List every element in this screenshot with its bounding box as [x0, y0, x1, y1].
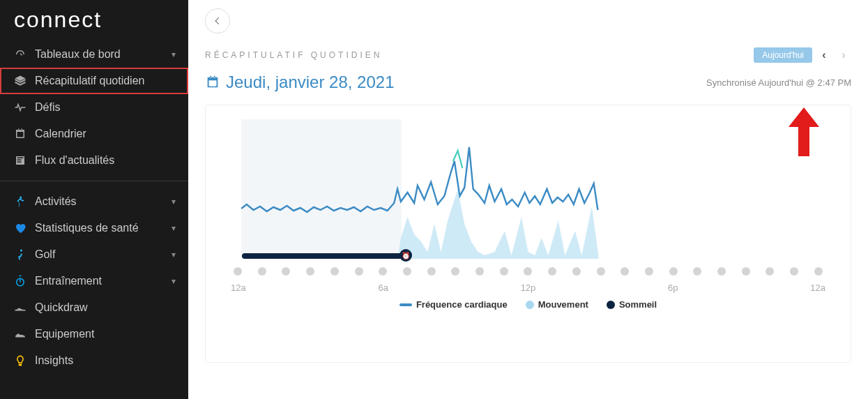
- legend-label: Mouvement: [538, 299, 588, 310]
- sync-status: Synchronisé Aujourd'hui @ 2:47 PM: [706, 77, 851, 88]
- annotation-arrow: [789, 107, 819, 156]
- sidebar-item-label: Activités: [35, 195, 77, 208]
- sidebar-item-label: Entraînement: [35, 275, 102, 287]
- chevron-down-icon: ▾: [172, 276, 176, 286]
- sidebar-item-sante[interactable]: Statistiques de santé ▾: [0, 215, 188, 241]
- x-tick: 12a: [810, 283, 825, 293]
- gauge-icon: [13, 47, 28, 61]
- shoe2-icon: [13, 327, 28, 341]
- legend-swatch: [526, 301, 534, 309]
- layers-icon: [13, 74, 28, 88]
- timeline-dots: [227, 267, 830, 276]
- page-title: 31 Jeudi, janvier 28, 2021: [205, 73, 395, 92]
- sidebar-item-label: Golf: [35, 248, 55, 261]
- nav: Tableaux de bord ▾ Récapitulatif quotidi…: [0, 41, 188, 399]
- x-tick: 12a: [231, 283, 246, 293]
- x-tick: 6a: [378, 283, 388, 293]
- prev-day-button[interactable]: ‹: [816, 47, 832, 63]
- chevron-left-icon: [213, 16, 222, 26]
- sidebar-item-equipement[interactable]: Equipement: [0, 321, 188, 347]
- news-icon: [13, 153, 28, 167]
- today-button[interactable]: Aujourd'hui: [754, 47, 812, 63]
- sidebar-item-entrainement[interactable]: Entraînement ▾: [0, 268, 188, 294]
- legend-label: Sommeil: [619, 299, 657, 310]
- calendar-icon: 31: [13, 127, 28, 141]
- alarm-icon: ⏰: [399, 249, 412, 262]
- legend-swatch: [399, 303, 412, 306]
- bulb-icon: [13, 354, 28, 368]
- sidebar-item-tableaux[interactable]: Tableaux de bord ▾: [0, 41, 188, 68]
- sidebar-item-label: Calendrier: [35, 128, 86, 140]
- legend-hr[interactable]: Fréquence cardiaque: [399, 299, 508, 310]
- sidebar-item-defis[interactable]: Défis: [0, 94, 188, 121]
- logo: connect: [0, 0, 188, 41]
- x-axis-labels: 12a 6a 12p 6p 12a: [227, 283, 830, 293]
- logo-text: connect: [14, 7, 174, 33]
- next-day-button[interactable]: ›: [836, 47, 851, 63]
- heart-rate-line: [227, 119, 830, 259]
- sidebar-item-quickdraw[interactable]: Quickdraw: [0, 294, 188, 321]
- sidebar-item-golf[interactable]: Golf ▾: [0, 241, 188, 268]
- sidebar-item-flux[interactable]: Flux d'actualités: [0, 147, 188, 174]
- sidebar-item-insights[interactable]: Insights: [0, 347, 188, 374]
- svg-text:31: 31: [18, 133, 23, 137]
- svg-point-1: [20, 197, 22, 199]
- sidebar-item-recapitulatif[interactable]: Récapitulatif quotidien: [0, 68, 188, 94]
- sidebar-item-label: Insights: [35, 354, 73, 367]
- heart-icon: [13, 221, 28, 235]
- svg-point-2: [20, 250, 22, 252]
- date-nav: Aujourd'hui ‹ ›: [754, 47, 851, 63]
- sidebar-item-label: Tableaux de bord: [35, 48, 121, 61]
- wave-icon: [13, 100, 28, 114]
- sidebar-item-label: Equipement: [35, 328, 94, 340]
- date-text: Jeudi, janvier 28, 2021: [226, 73, 395, 92]
- chart-legend: Fréquence cardiaque Mouvement Sommeil: [227, 299, 830, 310]
- chevron-down-icon: ▾: [172, 197, 176, 206]
- sidebar-item-label: Statistiques de santé: [35, 222, 139, 234]
- golf-icon: [13, 248, 28, 262]
- legend-swatch: [607, 301, 615, 309]
- activity-icon: [13, 195, 28, 209]
- daily-chart[interactable]: ⏰ 12a 6a 12p 6p 12a: [227, 119, 830, 301]
- sidebar-item-label: Récapitulatif quotidien: [35, 75, 144, 87]
- sidebar-item-label: Flux d'actualités: [35, 154, 114, 167]
- breadcrumb: RÉCAPITULATIF QUOTIDIEN: [205, 50, 382, 60]
- main-content: RÉCAPITULATIF QUOTIDIEN Aujourd'hui ‹ › …: [188, 0, 868, 399]
- back-button[interactable]: [205, 8, 230, 33]
- x-tick: 6p: [668, 283, 678, 293]
- legend-movement[interactable]: Mouvement: [526, 299, 588, 310]
- x-tick: 12p: [521, 283, 536, 293]
- sidebar-item-calendrier[interactable]: 31 Calendrier: [0, 121, 188, 147]
- sidebar-item-activites[interactable]: Activités ▾: [0, 188, 188, 215]
- chevron-down-icon: ▾: [172, 50, 176, 59]
- sidebar: connect Tableaux de bord ▾ Récapitulatif…: [0, 0, 188, 399]
- chevron-down-icon: ▾: [172, 223, 176, 233]
- sidebar-item-label: Quickdraw: [35, 301, 88, 314]
- legend-label: Fréquence cardiaque: [416, 299, 508, 310]
- chart-card: ⏰ 12a 6a 12p 6p 12a Fréquence cardiaque: [205, 105, 851, 363]
- sidebar-item-label: Défis: [35, 101, 60, 114]
- chevron-down-icon: ▾: [172, 250, 176, 259]
- nav-divider: [0, 181, 188, 181]
- stopwatch-icon: [13, 274, 28, 288]
- legend-sleep[interactable]: Sommeil: [607, 299, 657, 310]
- shoe-icon: [13, 301, 28, 315]
- svg-text:31: 31: [210, 82, 215, 88]
- sleep-bar: [242, 253, 405, 259]
- svg-marker-5: [789, 107, 819, 156]
- calendar-icon: 31: [205, 75, 220, 90]
